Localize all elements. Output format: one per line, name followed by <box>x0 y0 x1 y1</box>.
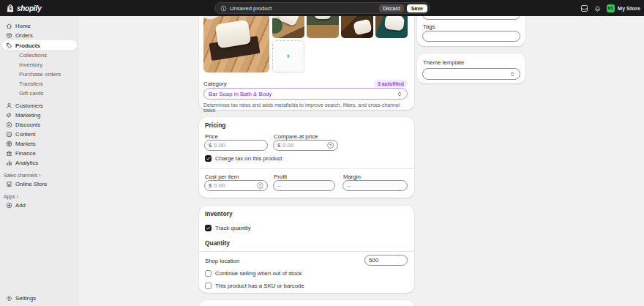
autofilled-badge: 3 autofilled <box>374 80 408 87</box>
compare-price-label: Compare-at price <box>274 133 318 140</box>
pricing-card: Pricing Price Compare-at price $ $ ? Cha… <box>199 117 414 198</box>
cost-input[interactable]: $ ? <box>204 180 268 191</box>
charge-tax-checkbox[interactable]: Charge tax on this product <box>205 155 282 162</box>
topbar-right-cluster: MS My Store <box>580 0 640 16</box>
continue-selling-checkbox[interactable]: Continue selling when out of stock <box>205 270 302 277</box>
currency-prefix: $ <box>209 142 211 149</box>
info-icon <box>220 5 227 12</box>
shopify-wordmark: shopify <box>17 4 41 12</box>
profit-label: Profit <box>274 173 287 180</box>
sidebar-item-marketing[interactable]: Marketing <box>2 111 77 120</box>
product-image-main[interactable] <box>203 16 269 72</box>
discard-button[interactable]: Discard <box>379 4 404 12</box>
tags-label: Tags <box>423 23 435 30</box>
product-image-thumbnail[interactable] <box>272 16 304 38</box>
online-store-icon <box>6 181 12 187</box>
chevron-right-icon: › <box>17 194 18 199</box>
theme-template-card: Theme template <box>417 53 525 83</box>
product-image-thumbnail[interactable] <box>341 16 373 38</box>
compare-price-input[interactable]: $ ? <box>273 140 338 151</box>
content-image-icon <box>6 131 12 138</box>
profit-input <box>273 180 335 191</box>
sku-barcode-checkbox[interactable]: This product has a SKU or barcode <box>205 283 304 289</box>
shopify-bag-icon: S <box>6 4 15 13</box>
store-avatar: MS <box>607 4 615 12</box>
store-name: My Store <box>618 5 640 12</box>
orders-icon <box>6 32 12 39</box>
sidebar-item-settings[interactable]: Settings <box>2 294 77 303</box>
discounts-percent-icon <box>6 122 12 128</box>
track-quantity-checkbox[interactable]: Track quantity <box>205 225 251 231</box>
checkbox-unchecked-icon <box>205 283 211 289</box>
inventory-card: Inventory Track quantity Quantity Shop l… <box>199 206 414 293</box>
product-image-thumbnail[interactable] <box>375 16 408 38</box>
topbar: S shopify Unsaved product Discard Save <box>0 0 644 16</box>
checkbox-checked-icon <box>205 225 211 231</box>
sidebar-nav: Home Orders Products Collections Invento… <box>0 16 79 306</box>
sidebar-item-finance[interactable]: Finance <box>2 149 77 158</box>
sidebar-item-purchase-orders[interactable]: Purchase orders <box>2 70 77 79</box>
margin-input <box>342 180 408 191</box>
settings-gear-icon <box>6 295 12 302</box>
shopify-logo[interactable]: S shopify <box>6 0 41 16</box>
inbox-icon[interactable] <box>580 4 588 12</box>
shopify-admin-window: S shopify Unsaved product Discard Save <box>0 0 644 306</box>
apps-header[interactable]: Apps › <box>0 193 79 201</box>
store-menu[interactable]: MS My Store <box>607 4 640 12</box>
shop-location-quantity-input[interactable] <box>364 255 408 266</box>
sidebar-item-discounts[interactable]: Discounts <box>2 120 77 130</box>
marketing-megaphone-icon <box>6 112 12 119</box>
unsaved-status-text: Unsaved product <box>230 5 379 12</box>
sidebar-item-content[interactable]: Content <box>2 130 77 139</box>
organization-input-partial[interactable] <box>422 16 520 20</box>
sidebar-item-markets[interactable]: Markets <box>2 139 77 149</box>
sidebar-item-collections[interactable]: Collections <box>2 51 77 60</box>
finance-bank-icon <box>6 150 12 157</box>
category-help-text: Determines tax rates and adds metafields… <box>203 102 408 113</box>
analytics-chart-icon <box>6 160 12 166</box>
help-icon[interactable]: ? <box>257 182 263 189</box>
sidebar-item-products[interactable]: Products <box>2 40 77 51</box>
add-media-button[interactable]: + <box>272 40 304 72</box>
sidebar-item-orders[interactable]: Orders <box>2 31 77 40</box>
tags-input[interactable] <box>422 31 520 42</box>
sidebar-item-transfers[interactable]: Transfers <box>2 79 77 89</box>
shop-location-label: Shop location <box>205 258 239 264</box>
select-updown-icon <box>397 91 402 97</box>
theme-template-select[interactable] <box>422 68 520 80</box>
organization-card: Tags <box>417 16 525 46</box>
sidebar-item-inventory[interactable]: Inventory <box>2 60 77 70</box>
product-image-thumbnail[interactable] <box>307 16 339 38</box>
sidebar-item-gift-cards[interactable]: Gift cards <box>2 89 77 98</box>
sidebar-item-home[interactable]: Home <box>2 21 77 31</box>
category-select[interactable]: Bar Soap in Bath & Body <box>203 88 408 100</box>
save-button[interactable]: Save <box>407 4 427 12</box>
media-category-card: + Category 3 autofilled Bar Soap in Bath… <box>199 16 414 110</box>
currency-prefix: $ <box>209 182 211 189</box>
customers-icon <box>6 102 12 109</box>
products-tag-icon <box>6 42 12 49</box>
home-icon <box>6 23 12 29</box>
chevron-right-icon: › <box>39 173 40 178</box>
price-input[interactable]: $ <box>204 140 268 151</box>
theme-template-label: Theme template <box>423 59 464 66</box>
sidebar-item-add-app[interactable]: Add <box>2 201 77 210</box>
sidebar-item-customers[interactable]: Customers <box>2 101 77 111</box>
notifications-bell-icon[interactable] <box>594 4 602 12</box>
margin-label: Margin <box>343 173 361 180</box>
main-content: + Category 3 autofilled Bar Soap in Bath… <box>79 16 644 306</box>
quantity-title: Quantity <box>205 239 230 247</box>
checkbox-checked-icon <box>205 155 211 162</box>
add-plus-icon <box>6 202 12 209</box>
next-section-card-partial <box>199 300 414 306</box>
checkbox-unchecked-icon <box>205 270 211 277</box>
sales-channels-header[interactable]: Sales channels › <box>0 171 79 179</box>
category-label: Category <box>203 81 227 87</box>
markets-globe-icon <box>6 141 12 147</box>
price-label: Price <box>205 133 218 140</box>
sidebar-item-online-store[interactable]: Online Store <box>2 179 77 189</box>
currency-prefix: $ <box>277 142 280 149</box>
help-icon[interactable]: ? <box>327 142 334 149</box>
plus-icon: + <box>286 53 290 60</box>
sidebar-item-analytics[interactable]: Analytics <box>2 158 77 168</box>
